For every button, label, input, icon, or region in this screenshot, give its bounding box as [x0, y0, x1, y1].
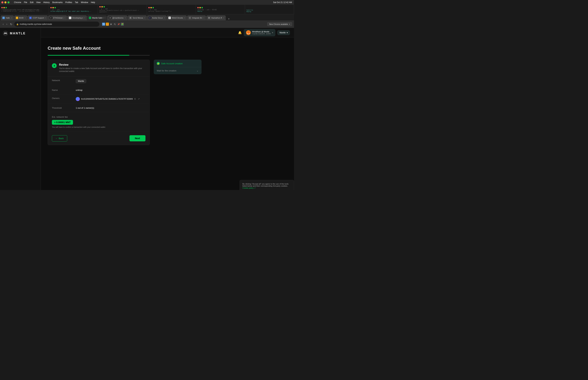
metamask-avatar: 🦊: [246, 30, 251, 35]
tab-send[interactable]: S Send Messa ×: [128, 15, 147, 20]
threshold-label: Threshold: [52, 107, 72, 109]
mac-menu-history[interactable]: History: [43, 1, 50, 3]
tab-close-send[interactable]: ×: [144, 17, 145, 19]
back-label: Back: [59, 137, 64, 140]
terminal-2: — ol — zsh solana-adapter@4.6.0" has unm…: [49, 5, 98, 14]
owners-label: Owners: [52, 97, 72, 99]
ext-1[interactable]: 🦊: [106, 23, 109, 26]
mac-menu-window[interactable]: Window: [81, 1, 88, 3]
back-nav-button[interactable]: ‹: [2, 22, 4, 26]
tab-close-halb[interactable]: ×: [11, 17, 12, 19]
name-value: unitrap: [76, 89, 82, 91]
tab-buid[interactable]: B BUID ×: [14, 15, 27, 20]
open-address-button[interactable]: ↗: [137, 97, 140, 100]
creation-card-body[interactable]: Wait for the creation ⌄: [154, 67, 201, 74]
mac-menu-file[interactable]: File: [24, 1, 27, 3]
cookie-text: By clicking "Accept all" you agree to th…: [243, 183, 291, 187]
network-selector[interactable]: Mantle ▾: [277, 30, 290, 35]
creation-title: Safe Account creation: [161, 62, 183, 65]
review-title: Review: [59, 63, 146, 66]
owners-row: Owners 0x81D9O69957Bfbd6fb29C3b0686Ce783…: [48, 94, 150, 104]
tab-integrate[interactable]: I Integrate Bri ×: [187, 15, 206, 20]
terminal-1: ~/ethonline/safe-core-sdk/packages/onram…: [0, 5, 49, 14]
mac-menu-help[interactable]: Help: [91, 1, 95, 3]
metamask-chevron: ▾: [272, 32, 273, 34]
mac-close-dot[interactable]: [1, 1, 3, 3]
tab-ethglobal[interactable]: E ETHGlobal | ×: [48, 15, 67, 20]
mac-titlebar: Chrome File Edit View History Bookmarks …: [0, 0, 294, 5]
mac-menu-view[interactable]: View: [36, 1, 41, 3]
cookie-policy-link[interactable]: Cookie policy ↗: [243, 187, 256, 189]
mac-menu-edit[interactable]: Edit: [30, 1, 34, 3]
step-info: Review You're about to create a new Safe…: [59, 63, 146, 73]
metamask-info: MetaMask @ Mantle mantle:0x81D9...E009: [252, 31, 271, 35]
shield-icon: 🔐: [157, 62, 160, 65]
next-button[interactable]: Next: [130, 135, 146, 141]
forward-nav-button[interactable]: ›: [6, 22, 8, 26]
tab-close-axelar[interactable]: ×: [164, 17, 165, 19]
tab-halb[interactable]: H Halb: ×: [1, 15, 14, 20]
progress-bar-fill: [48, 55, 129, 56]
new-chrome-close[interactable]: ×: [289, 23, 290, 25]
mac-menu-bar: Chrome File Edit View History Bookmarks …: [14, 1, 95, 3]
creation-card-header: 🔐 Safe Account creation: [154, 60, 201, 67]
ext-2[interactable]: ⚙: [110, 23, 113, 26]
tab-close-ethglobal[interactable]: ×: [64, 17, 65, 19]
network-row: Network Mantle: [48, 76, 150, 86]
back-button[interactable]: ← Back: [52, 135, 67, 142]
site-header-bar: 🔔 🦊 MetaMask @ Mantle mantle:0x81D9...E0…: [41, 28, 294, 38]
tab-ccip[interactable]: C CCIP Support ×: [28, 15, 48, 20]
mac-maximize-dot[interactable]: [7, 1, 10, 3]
cookie-policy-label: Cookie policy: [243, 187, 253, 189]
back-arrow-icon: ←: [56, 137, 58, 140]
address-box[interactable]: 🔒 multisig.mantle.xyz/new-safe/create: [14, 22, 99, 27]
metamask-wallet-button[interactable]: 🦊 MetaMask @ Mantle mantle:0x81D9...E009…: [244, 29, 275, 36]
page-content-inner: Create new Safe Account 4 Review You're …: [48, 33, 287, 145]
main-content: 🔔 🦊 MetaMask @ Mantle mantle:0x81D9...E0…: [41, 28, 294, 190]
tab-close-mantleio[interactable]: ×: [125, 17, 126, 19]
tab-hackathon[interactable]: H Hackathon R ×: [206, 15, 226, 20]
tab-close-ccip[interactable]: ×: [45, 17, 46, 19]
tab-close-hackathon[interactable]: ×: [223, 17, 224, 19]
logo-area: MANTLE: [3, 31, 38, 36]
name-label: Name: [52, 89, 72, 91]
tab-developing[interactable]: D Developing o ×: [67, 15, 87, 20]
tab-web3[interactable]: W Web3 Develo ×: [167, 15, 187, 20]
notification-bell[interactable]: 🔔: [238, 31, 242, 35]
card-body: Network Mantle Name unitrap Owne: [48, 76, 150, 145]
new-tab-button[interactable]: +: [227, 17, 231, 20]
tab-close-developing[interactable]: ×: [84, 17, 85, 19]
page-body: MANTLE 🔔 🦊 MetaMask @ Mantle mantle:0x81…: [0, 28, 294, 190]
button-row: ← Back Next: [48, 132, 150, 145]
terminal-6: tack-tra deploy: [245, 5, 294, 14]
ext-puzzle[interactable]: 🧩: [121, 23, 124, 26]
threshold-value: 1 out of 1 owner(s): [76, 107, 94, 109]
tab-mantle-safe[interactable]: M Mantle Safe • ×: [87, 15, 107, 20]
review-card: 4 Review You're about to create a new Sa…: [48, 60, 150, 145]
reload-button[interactable]: ↻: [9, 22, 13, 27]
mac-menu-profiles[interactable]: Profiles: [65, 1, 72, 3]
mac-clock: Sat Oct 21 12:42 AM: [273, 1, 292, 3]
fee-amount: ≈ 0.00001 MNT: [52, 120, 73, 125]
ext-3[interactable]: 🔌: [113, 23, 116, 26]
tab-close-mantle[interactable]: ×: [104, 17, 105, 19]
mac-menu-bookmarks[interactable]: Bookmarks: [52, 1, 63, 3]
tab-mantleio[interactable]: @ @mantleio/sc ×: [107, 15, 127, 20]
card-header: 4 Review You're about to create a new Sa…: [48, 60, 150, 76]
fee-note: You will have to confirm a transaction w…: [52, 126, 146, 128]
new-chrome-badge[interactable]: New Chrome available ×: [267, 22, 292, 26]
tab-close-buid[interactable]: ×: [25, 17, 26, 19]
content-layout: 4 Review You're about to create a new Sa…: [48, 60, 287, 145]
mac-menu-chrome[interactable]: Chrome: [14, 1, 21, 3]
terminal-5: unitrap — zsh — 91×62 deploy: [196, 5, 245, 14]
tab-axelar[interactable]: A Axelar Docur ×: [147, 15, 167, 20]
new-chrome-label: New Chrome available: [269, 23, 288, 25]
mac-minimize-dot[interactable]: [4, 1, 6, 3]
tab-close-integrate[interactable]: ×: [203, 17, 204, 19]
network-badge: Mantle: [76, 79, 86, 83]
mac-menu-tab[interactable]: Tab: [75, 1, 78, 3]
ext-4[interactable]: 📌: [117, 23, 120, 26]
copy-address-button[interactable]: ⎘: [134, 97, 136, 100]
ext-tb[interactable]: TB: [102, 23, 105, 26]
tab-close-web3[interactable]: ×: [184, 17, 185, 19]
